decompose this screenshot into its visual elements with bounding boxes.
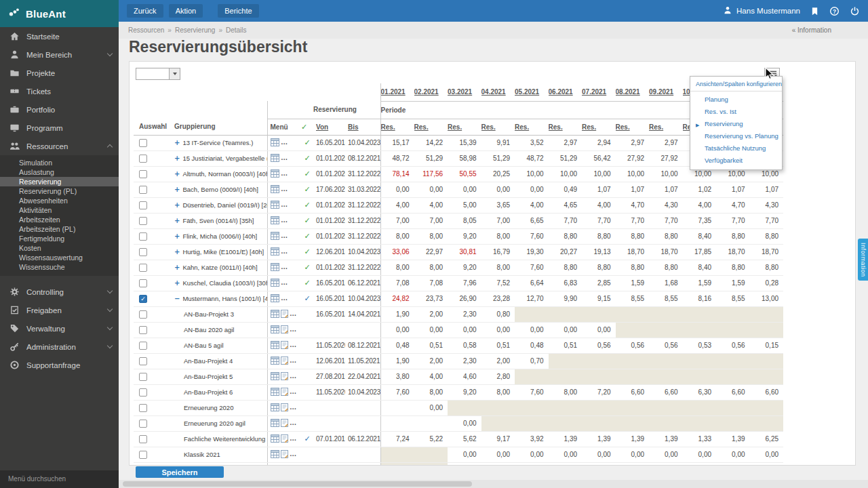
- row-edit-icon[interactable]: [281, 450, 288, 460]
- row-name[interactable]: AN-Bau 2020 agil: [184, 326, 234, 333]
- row-name[interactable]: An-Bau-Projekt 6: [184, 388, 233, 396]
- row-checkbox[interactable]: [139, 155, 147, 163]
- row-more-icon[interactable]: ...: [281, 185, 288, 192]
- row-checkbox[interactable]: [139, 232, 147, 241]
- expand-icon[interactable]: +: [174, 201, 180, 209]
- row-menu-icon[interactable]: [271, 169, 279, 179]
- month-header-03.2021[interactable]: 03.2021: [448, 83, 481, 101]
- row-name[interactable]: Flink, Micha (0006/I) [40h]: [182, 232, 257, 240]
- row-more-icon[interactable]: ...: [281, 247, 288, 255]
- res-column-header-07.2021[interactable]: Res.: [582, 119, 616, 135]
- row-checkbox[interactable]: [139, 170, 147, 178]
- row-more-icon[interactable]: ...: [281, 263, 288, 270]
- row-menu-icon[interactable]: [271, 138, 279, 148]
- scrollbar-thumb[interactable]: [123, 481, 472, 487]
- row-menu-icon[interactable]: [271, 325, 279, 335]
- month-header-05.2021[interactable]: 05.2021: [515, 83, 549, 101]
- row-more-icon[interactable]: ...: [281, 138, 288, 146]
- row-edit-icon[interactable]: [281, 341, 288, 350]
- row-menu-icon[interactable]: [271, 341, 279, 350]
- row-checkbox[interactable]: [139, 186, 147, 194]
- row-more-icon[interactable]: ...: [290, 388, 297, 395]
- res-column-header-03.2021[interactable]: Res.: [448, 119, 481, 135]
- row-name[interactable]: Mustermann, Hans (1001/I) [40h]: [182, 295, 267, 302]
- row-more-icon[interactable]: ...: [290, 434, 297, 442]
- sidebar-subitem-wissenssuche[interactable]: Wissenssuche: [0, 262, 119, 272]
- row-more-icon[interactable]: ...: [281, 294, 288, 302]
- row-checkbox[interactable]: [139, 326, 147, 334]
- reports-button[interactable]: Berichte: [218, 4, 258, 18]
- row-name[interactable]: AN-Bau-Projekt 3: [184, 310, 234, 318]
- row-edit-icon[interactable]: [281, 403, 288, 413]
- row-checkbox[interactable]: [139, 373, 147, 381]
- row-name[interactable]: Düsentrieb, Daniel (0019/I) [20h]: [182, 201, 267, 209]
- row-checkbox[interactable]: [139, 139, 147, 147]
- sidebar-item-startseite[interactable]: Startseite: [0, 27, 119, 45]
- sidebar-item-ressourcen[interactable]: Ressourcen: [0, 137, 119, 155]
- row-more-icon[interactable]: ...: [290, 419, 297, 426]
- sidebar-subitem-abwesenheiten[interactable]: Abwesenheiten: [0, 196, 119, 205]
- sidebar-subitem-aktivitaeten[interactable]: Aktivitäten: [0, 205, 119, 215]
- column-header-auswahl[interactable]: Auswahl: [134, 119, 170, 135]
- row-menu-icon[interactable]: [271, 154, 279, 163]
- row-edit-icon[interactable]: [281, 419, 288, 428]
- row-edit-icon[interactable]: [281, 372, 288, 382]
- sidebar-item-mein-bereich[interactable]: Mein Bereich: [0, 45, 119, 64]
- sidebar-subitem-arbeitszeiten-pl[interactable]: Arbeitszeiten (PL): [0, 224, 119, 234]
- row-edit-icon[interactable]: [281, 310, 288, 319]
- row-name[interactable]: Fäth, Sven (0014/I) [35h]: [182, 217, 254, 224]
- row-more-icon[interactable]: ...: [290, 325, 297, 333]
- row-menu-icon[interactable]: [271, 232, 279, 241]
- row-menu-icon[interactable]: [271, 434, 279, 444]
- app-logo[interactable]: BlueAnt: [0, 0, 119, 27]
- expand-icon[interactable]: +: [174, 279, 180, 287]
- month-header-02.2021[interactable]: 02.2021: [414, 83, 448, 101]
- sidebar-item-freigaben[interactable]: Freigaben: [0, 301, 119, 319]
- menu-item-res-vs-ist[interactable]: Res. vs. Ist: [690, 106, 782, 118]
- row-checkbox[interactable]: [139, 201, 147, 209]
- row-checkbox[interactable]: ✓: [139, 295, 147, 303]
- row-more-icon[interactable]: ...: [281, 279, 288, 286]
- row-more-icon[interactable]: ...: [290, 403, 297, 411]
- sidebar-item-verwaltung[interactable]: Verwaltung: [0, 319, 119, 338]
- menu-item-configure-views[interactable]: Ansichten/Spalten konfigurieren: [690, 77, 782, 92]
- row-menu-icon[interactable]: [271, 466, 279, 466]
- row-menu-icon[interactable]: [271, 263, 279, 272]
- information-side-tab[interactable]: Information: [858, 239, 868, 281]
- row-name[interactable]: 15 Justiziariat, Vergabestelle (Teamres.…: [182, 155, 267, 162]
- row-menu-icon[interactable]: [271, 357, 279, 366]
- row-name[interactable]: Kahn, Katze (0011/I) [40h]: [182, 264, 257, 271]
- expand-icon[interactable]: +: [174, 232, 180, 240]
- information-link[interactable]: « Information: [792, 26, 859, 34]
- column-header-bis[interactable]: Bis: [345, 119, 380, 135]
- row-name[interactable]: An-Bau-Projekt 4: [184, 357, 233, 365]
- row-name[interactable]: AN-Bau 5 agil: [184, 342, 224, 349]
- row-menu-icon[interactable]: [271, 216, 279, 226]
- breadcrumb-reservierung[interactable]: Reservierung: [175, 26, 215, 34]
- row-menu-icon[interactable]: [271, 310, 279, 319]
- sidebar-subitem-fertigmeldung[interactable]: Fertigmeldung: [0, 234, 119, 243]
- row-edit-icon[interactable]: [281, 434, 288, 444]
- save-button[interactable]: Speichern: [136, 466, 224, 478]
- month-header-04.2021[interactable]: 04.2021: [481, 83, 515, 101]
- user-menu[interactable]: Hans Mustermann: [723, 5, 800, 16]
- expand-icon[interactable]: +: [174, 248, 180, 256]
- sidebar-subitem-arbeitszeiten[interactable]: Arbeitszeiten: [0, 215, 119, 224]
- menu-item-verfuegbarkeit[interactable]: Verfügbarkeit: [690, 155, 782, 167]
- month-header-07.2021[interactable]: 07.2021: [582, 83, 616, 101]
- row-checkbox[interactable]: [139, 420, 147, 428]
- row-menu-icon[interactable]: [271, 388, 279, 397]
- row-name[interactable]: An-Bau-Projekt 5: [184, 373, 233, 380]
- menu-search[interactable]: Menü durchsuchen: [0, 470, 119, 488]
- res-column-header-06.2021[interactable]: Res.: [549, 119, 583, 135]
- month-header-09.2021[interactable]: 09.2021: [649, 83, 683, 101]
- row-checkbox[interactable]: [139, 217, 147, 225]
- month-header-08.2021[interactable]: 08.2021: [616, 83, 650, 101]
- sidebar-item-administration[interactable]: Administration: [0, 338, 119, 356]
- expand-icon[interactable]: +: [174, 186, 180, 193]
- row-menu-icon[interactable]: [271, 294, 279, 304]
- row-menu-icon[interactable]: [271, 419, 279, 428]
- expand-icon[interactable]: +: [174, 217, 180, 224]
- row-more-icon[interactable]: ...: [281, 154, 288, 161]
- sidebar-subitem-simulation[interactable]: Simulation: [0, 158, 119, 167]
